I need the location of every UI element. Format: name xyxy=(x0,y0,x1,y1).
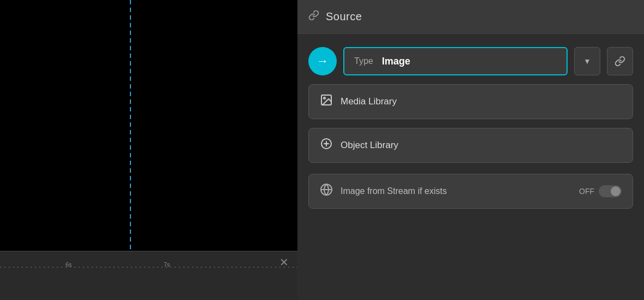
arrow-right-icon: → xyxy=(317,54,329,68)
stream-label: Image from Stream if exists xyxy=(341,186,571,196)
stream-toggle[interactable] xyxy=(599,185,622,197)
object-library-label: Object Library xyxy=(341,140,398,151)
stream-row: Image from Stream if exists OFF xyxy=(308,174,633,209)
chevron-down-icon: ▼ xyxy=(583,57,591,66)
svg-point-1 xyxy=(324,97,325,99)
left-panel: 6s 7s ✕ xyxy=(0,0,297,300)
toggle-thumb xyxy=(611,186,621,196)
media-library-label: Media Library xyxy=(341,96,397,107)
timeline-close-button[interactable]: ✕ xyxy=(279,256,289,269)
type-selector[interactable]: Type Image xyxy=(343,47,568,75)
toggle-container: OFF xyxy=(579,185,622,197)
link-icon xyxy=(615,56,625,67)
type-label: Type xyxy=(354,56,373,66)
content-area: → Type Image ▼ xyxy=(297,34,644,300)
type-row: → Type Image ▼ xyxy=(308,47,633,75)
type-value: Image xyxy=(382,56,410,67)
source-link-icon xyxy=(308,10,319,23)
globe-icon xyxy=(320,183,333,199)
media-library-icon xyxy=(320,93,333,110)
arrow-circle-button[interactable]: → xyxy=(308,47,337,75)
dropdown-button[interactable]: ▼ xyxy=(574,47,600,75)
object-library-icon xyxy=(320,137,333,154)
media-library-button[interactable]: Media Library xyxy=(308,84,633,119)
toggle-off-label: OFF xyxy=(579,187,594,196)
playhead-line xyxy=(130,0,131,251)
timeline-bar: 6s 7s ✕ xyxy=(0,251,297,300)
canvas-area xyxy=(0,0,297,251)
right-panel: Source → Type Image ▼ xyxy=(297,0,644,300)
timeline-dots xyxy=(0,267,297,268)
object-library-button[interactable]: Object Library xyxy=(308,128,633,163)
timeline-ticks: 6s 7s xyxy=(0,251,297,268)
section-title: Source xyxy=(326,10,362,23)
section-header: Source xyxy=(297,0,644,34)
link-button[interactable] xyxy=(607,47,633,75)
